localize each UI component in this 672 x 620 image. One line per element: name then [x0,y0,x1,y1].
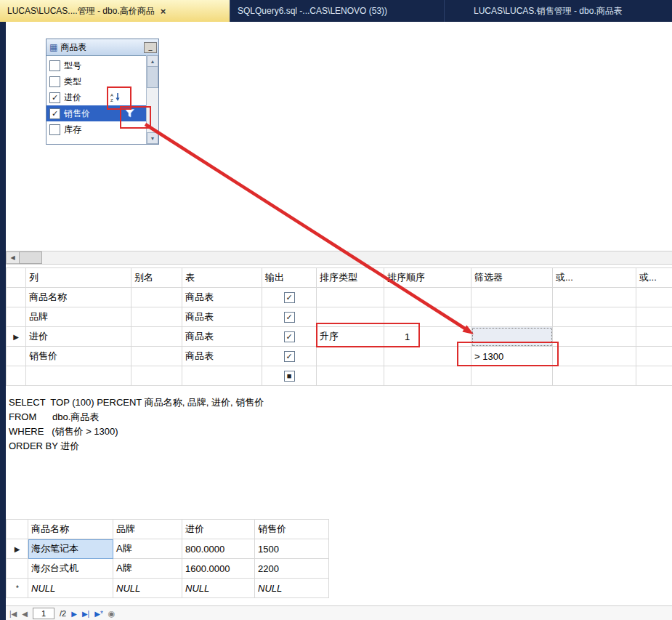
cell-sort-order[interactable] [384,307,471,327]
header-product-name: 商品名称 [28,520,113,539]
header-sort-type: 排序类型 [317,268,384,288]
cell-or2[interactable] [636,288,672,307]
column-row-leixing[interactable]: 类型 [46,73,147,89]
cell-sort-type[interactable] [317,347,384,366]
cell-alias[interactable] [131,366,182,386]
cell-sort-type[interactable] [317,288,384,307]
cell-or2[interactable] [636,327,672,347]
table-widget-titlebar[interactable]: ▦ 商品表 _ [46,39,158,56]
cell-sort-order[interactable] [384,288,471,307]
cell-or2[interactable] [636,307,672,327]
cell-output-checkbox[interactable]: ✓ [262,307,317,327]
column-row-xinghao[interactable]: 型号 [46,57,147,73]
cell-or1[interactable] [553,288,636,307]
cell-column[interactable]: 品牌 [26,307,131,327]
cell-column[interactable]: 进价 [26,327,131,347]
cell-or2[interactable] [636,366,672,386]
row-selector[interactable] [7,366,26,386]
widget-vertical-scrollbar[interactable]: ▲ ▼ [146,55,158,144]
cell-or1[interactable] [553,366,636,386]
sql-pane[interactable]: SELECT TOP (100) PERCENT 商品名称, 品牌, 进价, 销… [6,394,672,519]
close-icon[interactable]: × [161,6,166,17]
scroll-down-icon[interactable]: ▼ [147,132,158,144]
cell-alias[interactable] [131,347,182,366]
cell-table[interactable]: 商品表 [182,307,262,327]
cell-filter[interactable] [471,307,553,327]
diagram-horizontal-scrollbar[interactable]: ◀ [6,251,672,265]
tab-sqlquery6[interactable]: SQLQuery6.sql -...CAS\LENOVO (53)) [230,0,445,22]
table-icon: ▦ [49,42,57,52]
cell-or1[interactable] [553,347,636,366]
tabbar-gap [445,0,466,22]
sql-select-line: SELECT TOP (100) PERCENT 商品名称, 品牌, 进价, 销… [9,395,672,410]
cell-or1[interactable] [553,327,636,347]
row-selector[interactable] [7,307,26,327]
cell-purchase-price: NULL [182,579,255,598]
cell-or2[interactable] [636,347,672,366]
cell-output-checkbox[interactable]: ✓ [262,288,317,307]
scrollbar-thumb[interactable] [19,251,42,264]
cell-table[interactable]: 商品表 [182,347,262,366]
cell-filter-focused[interactable] [471,327,553,347]
cell-sort-type[interactable]: 升序 [317,327,384,347]
new-record-icon[interactable]: ▶* [94,610,103,618]
scrollbar-thumb[interactable] [147,66,158,88]
column-checkbox[interactable]: ✓ [49,108,60,119]
cell-column[interactable] [26,366,131,386]
cancel-query-icon[interactable]: ◉ [108,609,116,619]
column-row-jinjia[interactable]: ✓ 进价 A Z [46,89,147,105]
minimize-button[interactable]: _ [144,42,157,53]
cell-brand: NULL [113,579,182,598]
row-selector-arrow[interactable]: ▶ [7,327,26,347]
tab-query-designer[interactable]: LUCAS\LUCAS....管理 - dbo.高价商品 × [0,0,230,22]
cell-filter[interactable] [471,366,553,386]
cell-filter-condition[interactable]: > 1300 [471,347,553,366]
previous-record-icon[interactable]: ◀ [22,610,28,618]
cell-sale-price: 2200 [255,559,329,579]
cell-alias[interactable] [131,288,182,307]
cell-column[interactable]: 商品名称 [26,288,131,307]
row-selector[interactable] [7,347,26,366]
row-selector[interactable] [7,559,28,579]
scroll-up-icon[interactable]: ▲ [147,55,158,67]
cell-or1[interactable] [553,307,636,327]
column-checkbox[interactable]: ✓ [49,92,60,103]
result-row: 海尔台式机 A牌 1600.0000 2200 [7,559,329,579]
scroll-left-icon[interactable]: ◀ [6,251,20,264]
cell-table[interactable]: 商品表 [182,288,262,307]
row-selector-arrow[interactable]: ▶ [7,539,28,559]
row-selector-new[interactable]: * [7,579,28,598]
cell-column[interactable]: 销售价 [26,347,131,366]
column-checkbox[interactable] [49,76,60,87]
ssms-query-designer-window: LUCAS\LUCAS....管理 - dbo.高价商品 × SQLQuery6… [0,0,672,620]
column-row-kucun[interactable]: 库存 [46,121,147,137]
cell-brand: A牌 [113,539,182,559]
header-purchase-price: 进价 [182,520,255,539]
criteria-row: 商品名称 商品表 ✓ [7,288,672,307]
cell-sort-type[interactable] [317,366,384,386]
column-row-xiaoshoujia[interactable]: ✓ 销售价 [46,105,147,121]
cell-table[interactable] [182,366,262,386]
cell-output-checkbox[interactable]: ✓ [262,327,317,347]
cell-output-checkbox[interactable]: ✓ [262,347,317,366]
column-checkbox[interactable] [49,124,60,135]
cell-alias[interactable] [131,327,182,347]
cell-sort-order[interactable] [384,366,471,386]
cell-sort-type[interactable] [317,307,384,327]
svg-text:A: A [110,93,113,97]
cell-sort-order[interactable] [384,347,471,366]
cell-sort-order[interactable]: 1 [384,327,471,347]
last-record-icon[interactable]: ▶| [82,610,89,618]
cell-output-checkbox[interactable]: ■ [262,366,317,386]
record-position-input[interactable]: 1 [33,608,54,619]
cell-table[interactable]: 商品表 [182,327,262,347]
row-selector[interactable] [7,288,26,307]
cell-alias[interactable] [131,307,182,327]
cell-filter[interactable] [471,288,553,307]
next-record-icon[interactable]: ▶ [71,610,77,618]
first-record-icon[interactable]: |◀ [9,610,17,618]
criteria-grid: 列 别名 表 输出 排序类型 排序顺序 筛选器 或... 或... 商品名称 商… [6,267,672,386]
column-checkbox[interactable] [49,60,60,71]
header-selector [7,268,26,288]
tab-sales-table[interactable]: LUCAS\LUCAS.销售管理 - dbo.商品表 [466,0,672,22]
